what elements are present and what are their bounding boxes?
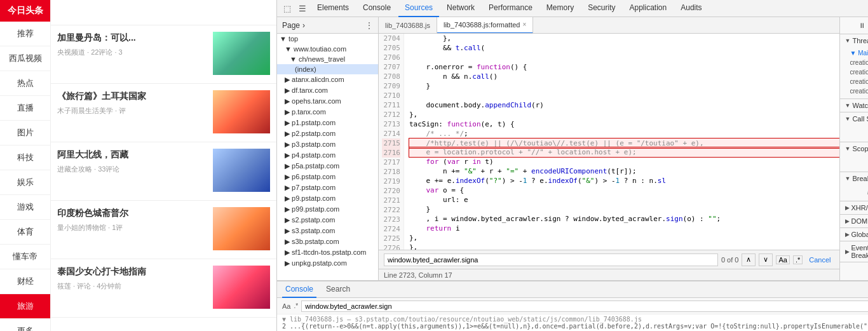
thread-main[interactable]: ▼ Main	[850, 48, 869, 58]
tree-p6[interactable]: ▶ p6.pstatp.com	[277, 172, 378, 182]
list-item[interactable]: 阿里大北线，西藏 进藏全攻略 · 33评论	[51, 142, 276, 201]
nav-item-tech[interactable]: 科技	[0, 145, 50, 170]
tab-sources[interactable]: Sources	[398, 0, 439, 17]
tree-p99[interactable]: ▶ p99.pstatp.com	[277, 204, 378, 215]
code-tab-formatted[interactable]: lib_7403688.js:formatted ×	[437, 17, 533, 34]
nav-item-sports[interactable]: 体育	[0, 220, 50, 245]
tree-p5a[interactable]: ▶ p5a.pstatp.com	[277, 161, 378, 172]
tree-sf1[interactable]: ▶ sf1-ttcdn-tos.pstatp.com	[277, 247, 378, 258]
tree-s3b[interactable]: ▶ s3b.pstatp.com	[277, 236, 378, 247]
pause-btn[interactable]: ⏸	[857, 20, 868, 31]
tab-elements[interactable]: Elements	[311, 0, 355, 17]
scope-header[interactable]: ▼ Scope	[840, 142, 869, 155]
logo[interactable]: 今日头条	[0, 0, 50, 22]
thread-3[interactable]: creation-245057E3sJ6...	[850, 77, 869, 86]
nav-item-car[interactable]: 懂车帝	[0, 245, 50, 269]
watch-header[interactable]: ▼ Watch	[840, 99, 869, 112]
nav-item-pic[interactable]: 图片	[0, 121, 50, 145]
nav-item-recommend[interactable]: 推荐	[0, 22, 50, 46]
tab-console[interactable]: Console	[356, 0, 397, 17]
nav-item-xigua[interactable]: 西瓜视频	[0, 46, 50, 71]
console-search-row: Aa .* ↺ ⊘	[277, 298, 868, 314]
news-header	[51, 0, 276, 25]
tree-p4[interactable]: ▶ p4.pstatp.com	[277, 150, 378, 161]
xhr-breakpoints-header[interactable]: ▶ XHR/Fetch Breakpoints	[840, 201, 869, 214]
search-prev-btn[interactable]: ∧	[742, 253, 756, 266]
devtools-body: Page › ⋮ ▼ top ▼ www.toutiao.com ▼ ch/ne…	[277, 17, 868, 280]
tree-p3[interactable]: ▶ p3.pstatp.com	[277, 139, 378, 150]
match-case-btn[interactable]: Aa	[776, 255, 789, 264]
tree-df-tanx[interactable]: ▶ df.tanx.com	[277, 85, 378, 96]
code-editor[interactable]: 2704 2705 2706 2707 2708 2709 2710 2711 …	[379, 34, 839, 250]
tab-memory[interactable]: Memory	[540, 0, 580, 17]
tab-close-icon[interactable]: ×	[522, 21, 526, 28]
list-item[interactable]: 加里曼丹岛：可以... 央视频道 · 22评论 · 3	[51, 25, 276, 84]
callstack-header[interactable]: ▼ Call Stack	[840, 112, 869, 125]
tab-performance[interactable]: Performance	[482, 0, 539, 17]
dom-breakpoints-header[interactable]: ▶ DOM Breakpoints	[840, 215, 869, 227]
thread-2[interactable]: creation-245057E3sJ6...	[850, 67, 869, 77]
ln-2714: 2714	[382, 129, 400, 138]
nav-item-finance[interactable]: 财经	[0, 269, 50, 294]
thread-1[interactable]: creation-3354V76q1G...	[850, 58, 869, 67]
tree-p-tanx[interactable]: ▶ p.tanx.com	[277, 107, 378, 118]
nav-item-game[interactable]: 游戏	[0, 195, 50, 220]
nav-item-live[interactable]: 直播	[0, 96, 50, 121]
tree-index[interactable]: (index)	[277, 64, 378, 74]
thread-4[interactable]: creation-245057E3sJ6...	[850, 86, 869, 96]
threads-header[interactable]: ▼ Threads	[840, 34, 869, 47]
tab-network[interactable]: Network	[440, 0, 481, 17]
tree-ch-news[interactable]: ▼ ch/news_travel	[277, 54, 378, 64]
console-search-input[interactable]	[301, 301, 868, 312]
global-listeners-section: ▶ Global Listeners	[840, 228, 869, 241]
news-card-text: 泰国少女心打卡地指南 筱莲 · 评论 · 4分钟前	[57, 266, 213, 311]
global-listeners-label: Global Listeners	[851, 231, 869, 238]
news-thumbnail	[213, 32, 270, 75]
tree-s2[interactable]: ▶ s2.pstatp.com	[277, 215, 378, 226]
tree-p1[interactable]: ▶ p1.pstatp.com	[277, 118, 378, 128]
no-breakpoints: No breakpoints	[850, 186, 869, 198]
inspect-icon[interactable]: ⬚	[280, 1, 294, 15]
tree-toutiao[interactable]: ▼ www.toutiao.com	[277, 44, 378, 54]
tree-p7[interactable]: ▶ p7.pstatp.com	[277, 182, 378, 193]
tree-p9[interactable]: ▶ p9.pstatp.com	[277, 193, 378, 204]
nav-item-more[interactable]: 更多	[0, 319, 50, 331]
code-line: && t.call(	[409, 43, 839, 53]
ln-2713: 2713	[382, 119, 400, 129]
tab-audits[interactable]: Audits	[674, 0, 708, 17]
expand-icon[interactable]: ⋮	[365, 21, 373, 30]
nav-item-travel[interactable]: 旅游	[0, 294, 50, 319]
tab-console-bottom[interactable]: Console	[282, 281, 316, 298]
regex-btn[interactable]: .*	[793, 255, 803, 264]
global-listeners-header[interactable]: ▶ Global Listeners	[840, 228, 869, 241]
code-line: n += "&" + r + "=" + encodeURIComponent(…	[409, 166, 839, 176]
tab-search-bottom[interactable]: Search	[323, 281, 353, 298]
tree-top[interactable]: ▼ top	[277, 34, 378, 44]
triangle-icon: ▼	[845, 175, 851, 182]
list-item[interactable]: 印度粉色城斋普尔 量小姐的博物馆 · 1评	[51, 201, 276, 259]
list-item[interactable]: 泰国少女心打卡地指南 筱莲 · 评论 · 4分钟前	[51, 259, 276, 318]
code-tab-raw[interactable]: lib_7403688.js	[379, 17, 437, 34]
scope-label: Scope	[852, 145, 868, 152]
event-listener-bp-header[interactable]: ▶ Event Listener Breakpoints	[840, 241, 869, 262]
nav-item-hot[interactable]: 热点	[0, 71, 50, 96]
tree-unpkg[interactable]: ▶ unpkg.pstatp.com	[277, 258, 378, 269]
tab-security[interactable]: Security	[581, 0, 621, 17]
dom-breakpoints-label: DOM Breakpoints	[851, 217, 869, 225]
list-item[interactable]: 《旅行篇》土耳其国家 木子雨晨生活美学 · 评	[51, 84, 276, 142]
search-cancel-btn[interactable]: Cancel	[806, 256, 834, 264]
sources-page-header: Page › ⋮	[277, 17, 378, 34]
tree-opehs[interactable]: ▶ opehs.tanx.com	[277, 96, 378, 107]
tree-atanx[interactable]: ▶ atanx.alicdn.com	[277, 74, 378, 85]
mobile-icon[interactable]: ☰	[295, 1, 309, 15]
search-next-btn[interactable]: ∨	[759, 253, 773, 266]
callstack-label: Call Stack	[852, 115, 868, 123]
breakpoints-header[interactable]: ▼ Breakpoints	[840, 172, 869, 185]
tree-p2[interactable]: ▶ p2.pstatp.com	[277, 128, 378, 139]
tab-application[interactable]: Application	[623, 0, 674, 17]
code-search-input[interactable]	[384, 253, 718, 266]
nav-item-ent[interactable]: 娱乐	[0, 170, 50, 195]
news-meta: 央视频道 · 22评论 · 3	[57, 48, 208, 57]
triangle-icon: ▶	[845, 218, 850, 224]
tree-s3[interactable]: ▶ s3.pstatp.com	[277, 226, 378, 236]
